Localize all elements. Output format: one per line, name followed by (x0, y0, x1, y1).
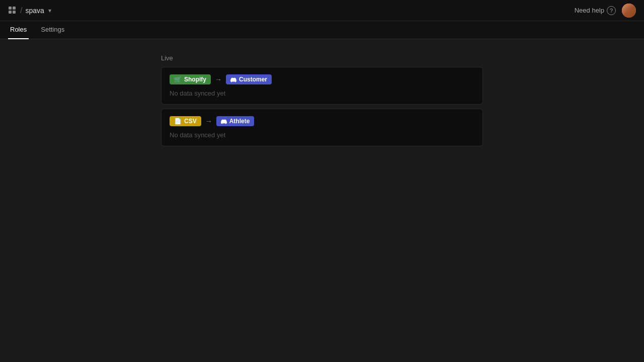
main-content: Live 🛒 Shopify → Customer No da (0, 39, 644, 165)
no-data-text-1: No data synced yet (170, 89, 474, 97)
source-badge-label: Shopify (184, 76, 206, 83)
dest-badge-label-1: Customer (239, 76, 267, 83)
dest-badge-athlete: Athlete (216, 116, 255, 126)
topbar-right: Need help ? (575, 4, 636, 18)
help-icon: ? (607, 6, 616, 15)
arrow-icon-2: → (205, 117, 212, 125)
section-label: Live (161, 54, 483, 62)
svg-rect-2 (9, 11, 12, 14)
topbar-left: / spava ▾ (8, 6, 51, 15)
avatar[interactable] (622, 4, 636, 18)
workspace-caret-icon[interactable]: ▾ (48, 7, 51, 14)
discord-icon-2 (221, 118, 227, 125)
sync-card-header-2: 📄 CSV → Athlete (170, 116, 474, 126)
no-data-text-2: No data synced yet (170, 131, 474, 139)
subnav-item-settings[interactable]: Settings (39, 21, 66, 39)
breadcrumb-separator: / (20, 6, 22, 15)
svg-rect-0 (9, 7, 12, 10)
source-badge-csv: 📄 CSV (170, 116, 201, 126)
arrow-icon-1: → (215, 75, 222, 83)
workspace-name[interactable]: spava (25, 7, 44, 15)
source-badge-label-2: CSV (184, 118, 197, 125)
dest-badge-label-2: Athlete (229, 118, 250, 125)
topbar: / spava ▾ Need help ? (0, 0, 644, 21)
svg-rect-3 (13, 11, 16, 14)
subnav-item-roles[interactable]: Roles (8, 21, 29, 39)
grid-icon (8, 6, 17, 15)
need-help-button[interactable]: Need help ? (575, 6, 616, 15)
sync-card-header-1: 🛒 Shopify → Customer (170, 74, 474, 84)
dest-badge-customer: Customer (226, 74, 272, 84)
source-badge-shopify: 🛒 Shopify (170, 74, 211, 84)
section-container: Live 🛒 Shopify → Customer No da (161, 54, 483, 150)
svg-rect-1 (13, 7, 16, 10)
discord-icon-1 (230, 76, 236, 83)
avatar-image (622, 4, 636, 18)
shopify-icon: 🛒 (174, 76, 182, 83)
sync-card-csv-athlete[interactable]: 📄 CSV → Athlete No data synced yet (161, 109, 483, 146)
sync-card-shopify-customer[interactable]: 🛒 Shopify → Customer No data synced yet (161, 67, 483, 105)
csv-icon: 📄 (174, 118, 182, 125)
subnav: Roles Settings (0, 21, 644, 39)
need-help-label: Need help (575, 7, 604, 14)
